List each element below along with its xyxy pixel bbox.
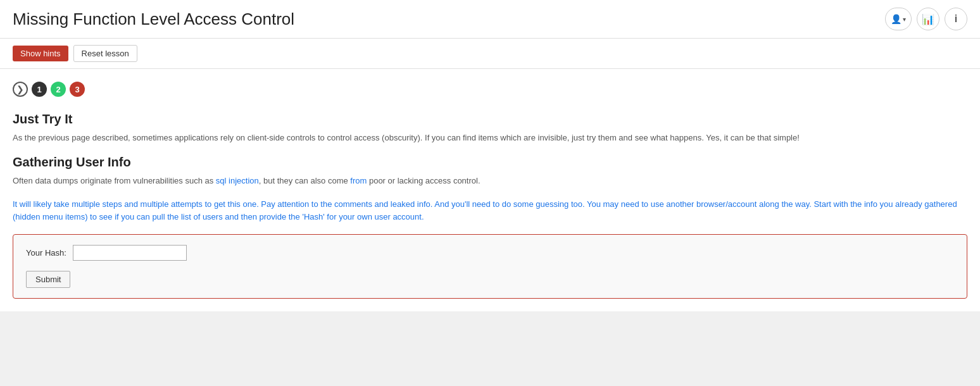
- show-hints-button[interactable]: Show hints: [13, 46, 68, 61]
- user-menu-button[interactable]: 👤 ▾: [885, 8, 912, 30]
- step-arrow[interactable]: ❯: [13, 82, 28, 97]
- just-try-it-text: As the previous page described, sometime…: [13, 132, 967, 145]
- header-icons: 👤 ▾ 📊 i: [885, 8, 967, 30]
- step-badge-3[interactable]: 3: [70, 82, 85, 97]
- hash-input-row: Your Hash:: [26, 245, 954, 261]
- just-try-it-title: Just Try It: [13, 112, 967, 127]
- info-button[interactable]: i: [945, 8, 967, 30]
- from-link: from: [350, 176, 367, 185]
- step-badge-1[interactable]: 1: [32, 82, 47, 97]
- info-icon: i: [955, 13, 957, 25]
- step-badge-2[interactable]: 2: [51, 82, 66, 97]
- chart-icon: 📊: [922, 13, 934, 25]
- page-title: Missing Function Level Access Control: [13, 9, 294, 29]
- sql-injection-link: sql injection: [216, 176, 259, 185]
- hash-label: Your Hash:: [26, 248, 66, 258]
- user-icon: 👤: [891, 14, 901, 24]
- gathering-text1: Often data dumps originate from vulnerab…: [13, 175, 967, 188]
- gathering-text2: It will likely take multiple steps and m…: [13, 198, 967, 225]
- submit-button[interactable]: Submit: [26, 271, 70, 288]
- gathering-title: Gathering User Info: [13, 155, 967, 170]
- arrow-icon: ❯: [16, 84, 24, 94]
- hash-form-box: Your Hash: Submit: [13, 234, 967, 299]
- toolbar: Show hints Reset lesson: [0, 39, 980, 69]
- page-header: Missing Function Level Access Control 👤 …: [0, 0, 980, 39]
- main-content: ❯ 1 2 3 Just Try It As the previous page…: [0, 69, 980, 311]
- reset-lesson-button[interactable]: Reset lesson: [73, 45, 137, 62]
- chart-button[interactable]: 📊: [917, 8, 939, 30]
- hash-input[interactable]: [73, 245, 187, 261]
- dropdown-arrow: ▾: [903, 16, 906, 23]
- step-indicators: ❯ 1 2 3: [13, 82, 967, 97]
